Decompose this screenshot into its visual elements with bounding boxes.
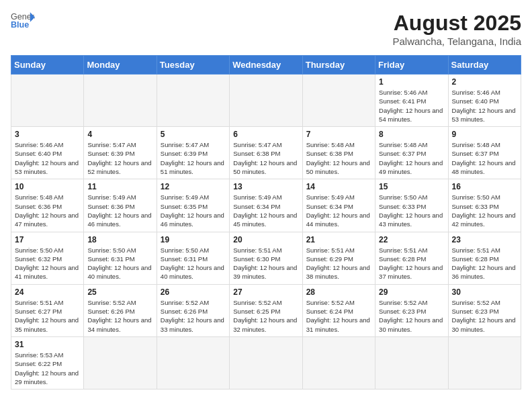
day-number: 14 bbox=[306, 182, 371, 191]
day-number: 2 bbox=[452, 77, 517, 87]
calendar-day-cell bbox=[157, 75, 229, 127]
calendar-header-row: SundayMondayTuesdayWednesdayThursdayFrid… bbox=[11, 56, 521, 75]
day-info: Sunrise: 5:52 AM Sunset: 6:23 PM Dayligh… bbox=[452, 298, 517, 334]
svg-text:Blue: Blue bbox=[11, 20, 29, 30]
calendar-day-cell: 26Sunrise: 5:52 AM Sunset: 6:26 PM Dayli… bbox=[157, 284, 229, 336]
calendar-day-cell: 27Sunrise: 5:52 AM Sunset: 6:25 PM Dayli… bbox=[230, 284, 302, 336]
day-number: 24 bbox=[15, 287, 80, 297]
calendar-day-cell bbox=[302, 336, 375, 389]
calendar-day-cell bbox=[157, 336, 229, 389]
day-info: Sunrise: 5:46 AM Sunset: 6:40 PM Dayligh… bbox=[452, 88, 517, 124]
location: Palwancha, Telangana, India bbox=[392, 36, 521, 47]
day-info: Sunrise: 5:50 AM Sunset: 6:32 PM Dayligh… bbox=[15, 246, 80, 281]
day-number: 21 bbox=[306, 235, 371, 244]
calendar-day-cell bbox=[11, 75, 84, 127]
day-number: 30 bbox=[452, 287, 517, 297]
calendar-day-cell: 7Sunrise: 5:48 AM Sunset: 6:38 PM Daylig… bbox=[302, 127, 375, 179]
calendar-day-cell: 5Sunrise: 5:47 AM Sunset: 6:39 PM Daylig… bbox=[157, 127, 229, 179]
calendar-day-cell bbox=[230, 336, 302, 389]
day-number: 3 bbox=[15, 130, 80, 139]
day-info: Sunrise: 5:47 AM Sunset: 6:39 PM Dayligh… bbox=[161, 140, 226, 176]
calendar-day-cell: 22Sunrise: 5:51 AM Sunset: 6:28 PM Dayli… bbox=[375, 232, 448, 284]
calendar-day-cell: 8Sunrise: 5:48 AM Sunset: 6:37 PM Daylig… bbox=[375, 127, 448, 179]
calendar-day-cell: 4Sunrise: 5:47 AM Sunset: 6:39 PM Daylig… bbox=[84, 127, 157, 179]
calendar-day-cell: 18Sunrise: 5:50 AM Sunset: 6:31 PM Dayli… bbox=[84, 232, 157, 284]
weekday-header: Friday bbox=[375, 56, 448, 75]
day-info: Sunrise: 5:49 AM Sunset: 6:35 PM Dayligh… bbox=[161, 193, 226, 228]
day-info: Sunrise: 5:52 AM Sunset: 6:26 PM Dayligh… bbox=[161, 298, 226, 334]
day-number: 27 bbox=[233, 287, 298, 297]
logo: General Blue bbox=[11, 11, 35, 30]
weekday-header: Wednesday bbox=[230, 56, 302, 75]
calendar-day-cell: 3Sunrise: 5:46 AM Sunset: 6:40 PM Daylig… bbox=[11, 127, 84, 179]
calendar-day-cell: 9Sunrise: 5:48 AM Sunset: 6:37 PM Daylig… bbox=[448, 127, 521, 179]
day-info: Sunrise: 5:51 AM Sunset: 6:30 PM Dayligh… bbox=[233, 246, 298, 281]
day-number: 1 bbox=[379, 77, 444, 87]
calendar-week-row: 1Sunrise: 5:46 AM Sunset: 6:41 PM Daylig… bbox=[11, 75, 521, 127]
title-block: August 2025 Palwancha, Telangana, India bbox=[392, 11, 521, 47]
calendar-day-cell bbox=[302, 75, 375, 127]
day-info: Sunrise: 5:50 AM Sunset: 6:33 PM Dayligh… bbox=[379, 193, 444, 228]
calendar-table: SundayMondayTuesdayWednesdayThursdayFrid… bbox=[11, 55, 521, 390]
day-info: Sunrise: 5:52 AM Sunset: 6:26 PM Dayligh… bbox=[87, 298, 152, 334]
calendar-day-cell: 30Sunrise: 5:52 AM Sunset: 6:23 PM Dayli… bbox=[448, 284, 521, 336]
day-info: Sunrise: 5:52 AM Sunset: 6:25 PM Dayligh… bbox=[233, 298, 298, 334]
day-info: Sunrise: 5:48 AM Sunset: 6:38 PM Dayligh… bbox=[306, 140, 371, 176]
day-info: Sunrise: 5:49 AM Sunset: 6:34 PM Dayligh… bbox=[233, 193, 298, 228]
calendar-day-cell: 1Sunrise: 5:46 AM Sunset: 6:41 PM Daylig… bbox=[375, 75, 448, 127]
calendar-day-cell: 11Sunrise: 5:49 AM Sunset: 6:36 PM Dayli… bbox=[84, 179, 157, 232]
calendar-day-cell: 29Sunrise: 5:52 AM Sunset: 6:23 PM Dayli… bbox=[375, 284, 448, 336]
calendar-day-cell: 16Sunrise: 5:50 AM Sunset: 6:33 PM Dayli… bbox=[448, 179, 521, 232]
calendar-day-cell: 6Sunrise: 5:47 AM Sunset: 6:38 PM Daylig… bbox=[230, 127, 302, 179]
day-info: Sunrise: 5:48 AM Sunset: 6:37 PM Dayligh… bbox=[379, 140, 444, 176]
day-info: Sunrise: 5:48 AM Sunset: 6:37 PM Dayligh… bbox=[452, 140, 517, 176]
calendar-day-cell: 14Sunrise: 5:49 AM Sunset: 6:34 PM Dayli… bbox=[302, 179, 375, 232]
day-number: 11 bbox=[87, 182, 152, 191]
day-number: 15 bbox=[379, 182, 444, 191]
day-info: Sunrise: 5:52 AM Sunset: 6:23 PM Dayligh… bbox=[379, 298, 444, 334]
day-number: 16 bbox=[452, 182, 517, 191]
calendar-week-row: 24Sunrise: 5:51 AM Sunset: 6:27 PM Dayli… bbox=[11, 284, 521, 336]
day-info: Sunrise: 5:47 AM Sunset: 6:38 PM Dayligh… bbox=[233, 140, 298, 176]
day-number: 23 bbox=[452, 235, 517, 244]
day-number: 31 bbox=[15, 340, 80, 349]
day-number: 8 bbox=[379, 130, 444, 139]
day-info: Sunrise: 5:48 AM Sunset: 6:36 PM Dayligh… bbox=[15, 193, 80, 228]
day-number: 6 bbox=[233, 130, 298, 139]
calendar-day-cell: 10Sunrise: 5:48 AM Sunset: 6:36 PM Dayli… bbox=[11, 179, 84, 232]
calendar-day-cell bbox=[375, 336, 448, 389]
calendar-day-cell: 13Sunrise: 5:49 AM Sunset: 6:34 PM Dayli… bbox=[230, 179, 302, 232]
calendar-day-cell: 31Sunrise: 5:53 AM Sunset: 6:22 PM Dayli… bbox=[11, 336, 84, 389]
day-info: Sunrise: 5:49 AM Sunset: 6:34 PM Dayligh… bbox=[306, 193, 371, 228]
calendar-week-row: 17Sunrise: 5:50 AM Sunset: 6:32 PM Dayli… bbox=[11, 232, 521, 284]
calendar-day-cell: 20Sunrise: 5:51 AM Sunset: 6:30 PM Dayli… bbox=[230, 232, 302, 284]
weekday-header: Monday bbox=[84, 56, 157, 75]
calendar-day-cell: 19Sunrise: 5:50 AM Sunset: 6:31 PM Dayli… bbox=[157, 232, 229, 284]
day-number: 18 bbox=[87, 235, 152, 244]
month-year: August 2025 bbox=[392, 11, 521, 36]
calendar-day-cell bbox=[84, 75, 157, 127]
calendar-day-cell: 17Sunrise: 5:50 AM Sunset: 6:32 PM Dayli… bbox=[11, 232, 84, 284]
calendar-day-cell: 21Sunrise: 5:51 AM Sunset: 6:29 PM Dayli… bbox=[302, 232, 375, 284]
day-number: 9 bbox=[452, 130, 517, 139]
day-number: 13 bbox=[233, 182, 298, 191]
day-number: 26 bbox=[161, 287, 226, 297]
calendar-day-cell: 23Sunrise: 5:51 AM Sunset: 6:28 PM Dayli… bbox=[448, 232, 521, 284]
calendar-day-cell: 15Sunrise: 5:50 AM Sunset: 6:33 PM Dayli… bbox=[375, 179, 448, 232]
day-number: 12 bbox=[161, 182, 226, 191]
day-info: Sunrise: 5:51 AM Sunset: 6:29 PM Dayligh… bbox=[306, 246, 371, 281]
day-info: Sunrise: 5:51 AM Sunset: 6:27 PM Dayligh… bbox=[15, 298, 80, 334]
calendar-day-cell bbox=[230, 75, 302, 127]
day-number: 22 bbox=[379, 235, 444, 244]
day-info: Sunrise: 5:51 AM Sunset: 6:28 PM Dayligh… bbox=[379, 246, 444, 281]
weekday-header: Thursday bbox=[302, 56, 375, 75]
day-number: 19 bbox=[161, 235, 226, 244]
calendar-day-cell: 28Sunrise: 5:52 AM Sunset: 6:24 PM Dayli… bbox=[302, 284, 375, 336]
day-info: Sunrise: 5:50 AM Sunset: 6:33 PM Dayligh… bbox=[452, 193, 517, 228]
day-info: Sunrise: 5:46 AM Sunset: 6:40 PM Dayligh… bbox=[15, 140, 80, 176]
day-info: Sunrise: 5:47 AM Sunset: 6:39 PM Dayligh… bbox=[87, 140, 152, 176]
calendar-day-cell bbox=[84, 336, 157, 389]
day-number: 29 bbox=[379, 287, 444, 297]
calendar-day-cell bbox=[448, 336, 521, 389]
day-number: 7 bbox=[306, 130, 371, 139]
